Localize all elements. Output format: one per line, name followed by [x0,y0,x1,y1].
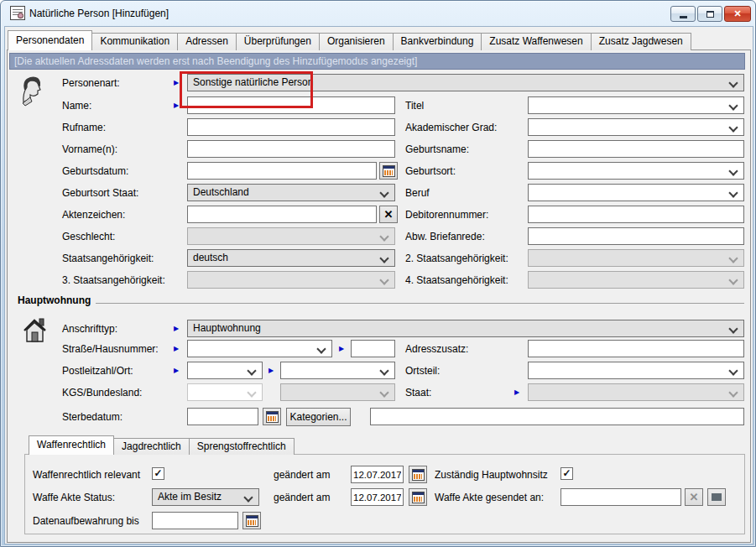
subtab-waffenrechtlich[interactable]: Waffenrechtlich [29,435,114,455]
ort-combobox[interactable] [280,362,395,379]
geburtsname-input[interactable] [528,140,744,158]
tab-personendaten[interactable]: Personendaten [8,30,92,50]
name-input[interactable] [187,96,395,114]
required-arrow-icon: ▶ [174,102,179,109]
strasse-combobox[interactable] [187,340,332,357]
chevron-down-icon [316,344,326,353]
waffe-akte-gesendet-an-input[interactable] [560,488,681,506]
label-staatsangehoerigkeit2: 2. Staatsangehörigkeit: [405,253,508,264]
vorname-input[interactable] [187,140,395,158]
staatsangehoerigkeit-combobox[interactable]: deutsch [187,249,395,267]
label-geaendert-am-2: geändert am [274,492,330,503]
sterbedatum-input[interactable] [187,408,258,425]
abw-briefanrede-input[interactable] [528,227,744,245]
anschrifttyp-combobox[interactable]: Hauptwohnung [187,320,744,337]
calendar-icon [412,492,425,503]
calendar-icon [246,515,258,527]
geburtsort-staat-combobox[interactable]: Deutschland [187,184,395,201]
maximize-button[interactable] [697,6,722,22]
waffe-akte-status-combobox[interactable]: Akte im Besitz [152,488,259,506]
tab-ueberpruefungen[interactable]: Überprüfungen [236,33,320,50]
chevron-down-icon [247,388,256,397]
chevron-down-icon [728,275,738,284]
kategorien-button[interactable]: Kategorien... [286,408,351,426]
chevron-down-icon [379,188,388,197]
label-adresszusatz: Adresszusatz: [405,343,468,355]
label-sterbedatum: Sterbedatum: [62,411,123,423]
ortsteil-combobox[interactable] [528,362,744,379]
label-name: Name: [62,100,91,112]
label-aktenzeichen: Aktenzeichen: [62,209,125,221]
label-datenaufbewahrung: Datenaufbewahrung bis [33,515,139,527]
personenart-combobox[interactable]: Sonstige natürliche Person [187,74,744,91]
chevron-down-icon [728,366,738,375]
adresszusatz-input[interactable] [528,340,744,357]
geburtsdatum-input[interactable] [187,162,377,180]
geaendert-am-1-input[interactable] [351,466,404,483]
gesendet-an-comment-button[interactable] [707,488,726,506]
label-staat: Staat: [405,387,431,399]
window-title: Natürliche Person [Hinzufügen] [29,8,169,19]
label-waffe-akte-gesendet-an: Waffe Akte gesendet an: [435,492,544,503]
rufname-input[interactable] [187,118,395,136]
clear-x-icon: ✕ [690,492,699,503]
geburtsort-combobox[interactable] [528,162,744,180]
datenaufbewahrung-calendar-button[interactable] [242,512,261,529]
label-strasse: Straße/Hausnummer: [62,343,159,355]
label-waffe-akte-status: Waffe Akte Status: [33,492,115,503]
tab-bankverbindung[interactable]: Bankverbindung [393,33,482,50]
label-plz-ort: Postleitzahl/Ort: [62,365,133,377]
close-button[interactable]: ✕ [724,6,751,22]
app-icon [10,6,25,20]
minimize-button[interactable] [670,6,696,22]
required-arrow-icon: ▶ [174,325,179,332]
tab-zusatz-waffenwesen[interactable]: Zusatz Waffenwesen [481,33,591,50]
geaendert-am-1-calendar-button[interactable] [409,466,427,483]
debitorennummer-input[interactable] [528,206,744,223]
kategorien-input[interactable] [370,408,744,425]
chevron-down-icon [728,324,738,333]
required-arrow-icon: ▶ [514,388,519,396]
chevron-down-icon [379,232,388,241]
chevron-down-icon [728,78,738,87]
gesendet-an-clear-button[interactable]: ✕ [685,488,703,506]
label-akademischer-grad: Akademischer Grad: [405,122,497,133]
aktenzeichen-input[interactable] [187,206,377,223]
tab-organisieren[interactable]: Organisieren [319,33,394,50]
label-waffenrechtlich-relevant: Waffenrechtlich relevant [33,469,140,481]
calendar-icon [266,411,279,423]
subtab-sprengstoffrechtlich[interactable]: Sprengstoffrechtlich [189,438,295,455]
label-staatsangehoerigkeit4: 4. Staatsangehörigkeit: [405,274,508,286]
datenaufbewahrung-input[interactable] [152,512,238,529]
label-beruf: Beruf [405,187,430,199]
label-vorname: Vorname(n): [62,143,117,155]
akademischer-grad-combobox[interactable] [528,118,744,136]
beruf-combobox[interactable] [528,184,744,201]
notice-banner: [Die aktuellen Adressdaten werden erst n… [9,53,745,70]
label-kgs-bundesland: KGS/Bundesland: [62,387,142,399]
chevron-down-icon [728,101,738,110]
kgs-combobox [187,383,263,401]
tab-adressen[interactable]: Adressen [177,33,237,50]
sterbedatum-calendar-button[interactable] [263,408,281,425]
geaendert-am-2-input[interactable] [351,488,404,506]
hausnummer-input[interactable] [351,340,395,357]
plz-combobox[interactable] [187,362,263,379]
tab-zusatz-jagdwesen[interactable]: Zusatz Jagdwesen [591,33,691,50]
checkmark-icon: ✓ [561,468,572,479]
geaendert-am-2-calendar-button[interactable] [409,488,427,506]
titel-combobox[interactable] [528,96,744,114]
waffenrechtlich-relevant-checkbox[interactable]: ✓ [152,467,164,480]
label-geburtsort-staat: Geburtsort Staat: [62,187,138,199]
tab-kommunikation[interactable]: Kommunikation [91,33,178,50]
zustaendig-hauptwohnsitz-checkbox[interactable]: ✓ [560,467,573,480]
aktenzeichen-clear-button[interactable]: ✕ [379,206,398,223]
label-debitorennummer: Debitorennummer: [405,209,488,221]
chevron-down-icon [379,253,388,263]
maximize-icon [706,11,714,18]
house-icon [23,317,48,343]
subtab-jagdrechtlich[interactable]: Jagdrechtlich [113,438,190,455]
geburtsdatum-calendar-button[interactable] [379,162,398,180]
label-geburtsort: Geburtsort: [405,165,456,177]
person-icon [20,75,44,107]
